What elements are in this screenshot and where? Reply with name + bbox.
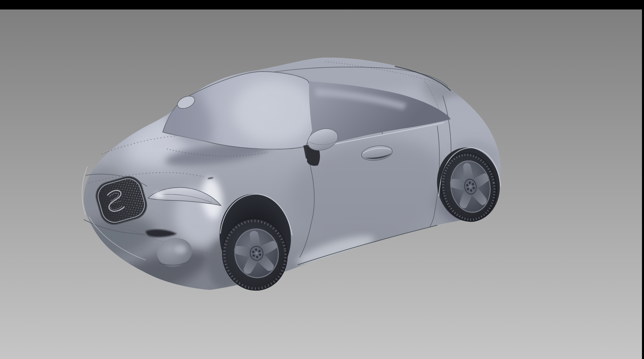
fog-pocket-reflection — [174, 245, 186, 254]
cad-viewport[interactable] — [0, 0, 642, 359]
right-letterbox-bar — [642, 0, 644, 359]
headlight-sparkle — [155, 192, 164, 198]
car-render-canvas — [0, 0, 642, 359]
application-window — [0, 0, 644, 359]
top-letterbox-bar — [0, 0, 644, 9]
windshield-highlight — [234, 81, 315, 142]
